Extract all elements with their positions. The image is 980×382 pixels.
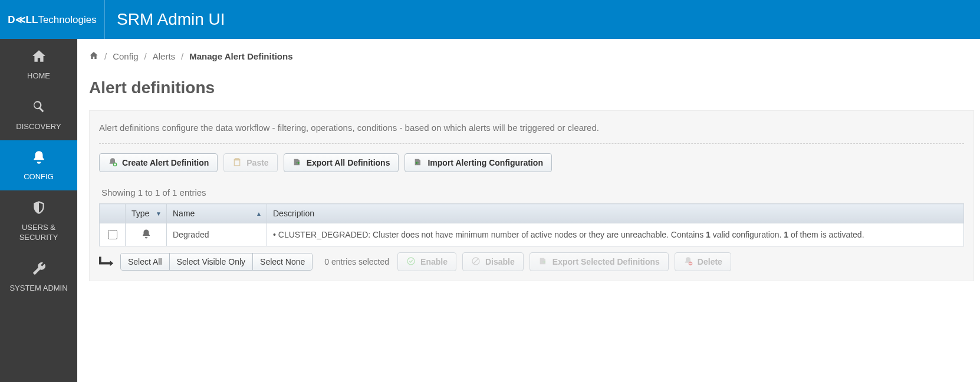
table-row[interactable]: Degraded • CLUSTER_DEGRADED: Cluster doe…: [100, 223, 964, 246]
export-icon: [538, 256, 548, 267]
col-checkbox: [100, 204, 126, 223]
home-icon: [31, 48, 47, 67]
breadcrumb-current: Manage Alert Definitions: [189, 51, 292, 61]
table-footer: Select All Select Visible Only Select No…: [99, 252, 964, 271]
col-label: Description: [273, 209, 314, 218]
search-icon: [31, 99, 47, 117]
sidebar-item-users-security[interactable]: USERS & SECURITY: [0, 190, 77, 251]
breadcrumb-alerts[interactable]: Alerts: [153, 51, 175, 61]
sidebar-item-config[interactable]: CONFIG: [0, 140, 77, 191]
prohibit-icon: [471, 256, 481, 267]
brand-logo: D≪LLTechnologies: [0, 0, 105, 39]
export-all-definitions-button[interactable]: Export All Definitions: [284, 153, 399, 172]
button-label: Import Alerting Configuration: [427, 159, 542, 167]
breadcrumb-sep: /: [144, 51, 147, 61]
selection-segment: Select All Select Visible Only Select No…: [120, 253, 313, 271]
button-label: Disable: [485, 258, 515, 266]
button-label: Delete: [698, 258, 722, 266]
content-panel: Alert definitions configure the data wor…: [89, 110, 974, 281]
select-none-button[interactable]: Select None: [253, 253, 312, 270]
row-description-cell: • CLUSTER_DEGRADED: Cluster does not hav…: [267, 223, 964, 246]
button-label: Create Alert Definition: [122, 159, 209, 167]
row-name-cell: Degraded: [167, 223, 267, 246]
top-bar: D≪LLTechnologies SRM Admin UI: [0, 0, 980, 39]
col-label: Type: [131, 209, 149, 218]
export-icon: [292, 157, 302, 168]
breadcrumb: / Config / Alerts / Manage Alert Definit…: [89, 51, 974, 62]
sidebar-item-label: CONFIG: [24, 172, 54, 182]
svg-rect-5: [689, 263, 692, 264]
export-selected-definitions-button[interactable]: Export Selected Definitions: [530, 252, 669, 271]
shield-icon: [31, 200, 47, 218]
bell-icon: [31, 150, 47, 168]
divider: [99, 143, 964, 144]
col-type[interactable]: Type ▼: [126, 204, 167, 223]
button-label: Export All Definitions: [307, 159, 390, 167]
selected-count-text: 0 entries selected: [324, 257, 389, 266]
toolbar: Create Alert Definition Paste Export All…: [99, 153, 964, 172]
main-content: / Config / Alerts / Manage Alert Definit…: [77, 39, 980, 382]
col-label: Name: [173, 209, 195, 218]
showing-entries-text: Showing 1 to 1 of 1 entries: [101, 187, 964, 197]
sidebar-item-label: SYSTEM ADMIN: [9, 284, 67, 294]
svg-line-3: [473, 259, 478, 264]
col-description[interactable]: Description: [267, 204, 964, 223]
sidebar: HOME DISCOVERY CONFIG USERS & SECURITY S…: [0, 39, 77, 382]
button-label: Export Selected Definitions: [553, 258, 660, 266]
alert-definitions-table: Type ▼ Name ▲ Description: [99, 203, 964, 246]
col-name[interactable]: Name ▲: [167, 204, 267, 223]
bell-delete-icon: [683, 256, 693, 267]
select-all-button[interactable]: Select All: [121, 253, 170, 270]
import-alerting-configuration-button[interactable]: Import Alerting Configuration: [405, 153, 551, 172]
brand-logo-text: D≪LLTechnologies: [8, 14, 96, 26]
disable-button[interactable]: Disable: [462, 252, 524, 271]
breadcrumb-sep: /: [181, 51, 183, 61]
bell-plus-icon: [108, 157, 117, 168]
sort-asc-icon: ▲: [256, 210, 262, 217]
breadcrumb-sep: /: [104, 51, 107, 61]
row-checkbox[interactable]: [108, 230, 117, 239]
paste-icon: [232, 157, 242, 168]
breadcrumb-config[interactable]: Config: [113, 51, 138, 61]
button-label: Enable: [420, 258, 448, 266]
check-circle-icon: [406, 256, 416, 267]
delete-button[interactable]: Delete: [675, 252, 731, 271]
sidebar-item-home[interactable]: HOME: [0, 39, 77, 90]
sidebar-item-label: USERS & SECURITY: [4, 223, 74, 243]
create-alert-definition-button[interactable]: Create Alert Definition: [99, 153, 218, 172]
bell-icon: [141, 232, 152, 241]
sidebar-item-label: HOME: [27, 71, 50, 81]
sidebar-item-discovery[interactable]: DISCOVERY: [0, 90, 77, 140]
sidebar-item-system-admin[interactable]: SYSTEM ADMIN: [0, 251, 77, 302]
select-visible-only-button[interactable]: Select Visible Only: [170, 253, 253, 270]
app-title: SRM Admin UI: [105, 10, 225, 29]
sidebar-item-label: DISCOVERY: [16, 122, 61, 132]
button-label: Paste: [246, 159, 268, 167]
wrench-icon: [31, 261, 47, 279]
breadcrumb-home-icon[interactable]: [89, 51, 98, 62]
import-icon: [413, 157, 423, 168]
selection-arrow-icon: [99, 255, 114, 268]
page-title: Alert definitions: [89, 78, 974, 97]
enable-button[interactable]: Enable: [397, 252, 456, 271]
sort-desc-icon: ▼: [156, 210, 162, 217]
paste-button[interactable]: Paste: [223, 153, 277, 172]
panel-description: Alert definitions configure the data wor…: [99, 123, 964, 133]
svg-point-1: [407, 258, 415, 265]
